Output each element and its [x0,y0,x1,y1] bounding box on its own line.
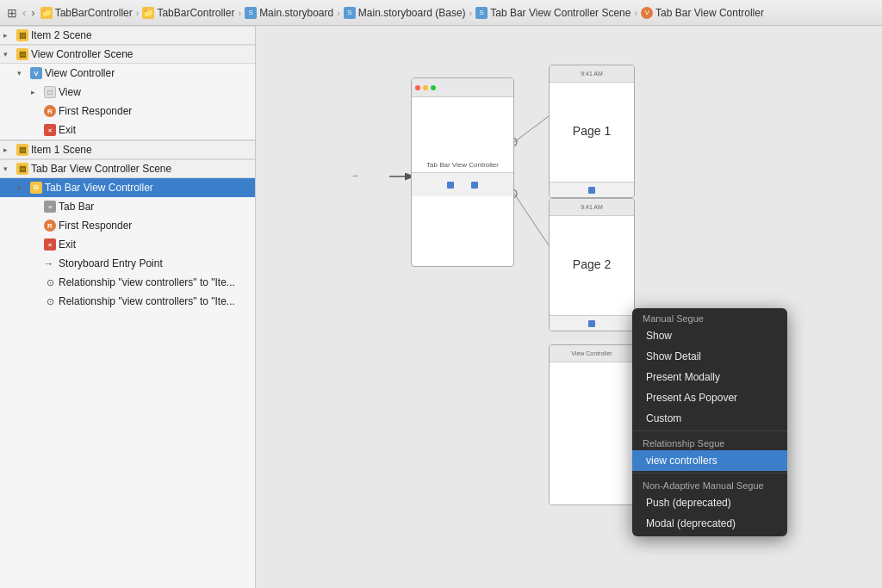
vc-scene-box[interactable]: View Controller [549,344,635,505]
storyboard-icon: S [245,7,257,19]
chevron-vc [3,50,14,59]
page1-body: Page 1 [550,83,634,182]
vc-scene-header: View Controller [550,345,634,362]
page1-header: 9:41 AM [550,65,634,83]
svg-line-2 [514,194,549,245]
chevron-tbvc [17,183,28,192]
breadcrumb-item-4[interactable]: S Main.storyboard (Base) [344,7,466,19]
tbvc-tabbar [412,172,513,196]
sidebar-item-storyboard-entry[interactable]: → Storyboard Entry Point [0,254,255,273]
chevron-view [31,88,41,96]
entry-arrow-label: → [351,170,359,180]
page1-title: Page 1 [573,124,611,138]
ctx-view-controllers[interactable]: view controllers [632,450,787,471]
chevron-item2 [3,31,14,40]
breadcrumb-item-2[interactable]: 📁 TabBarController [142,7,234,19]
ctx-push-deprecated[interactable]: Push (deprecated) [632,492,787,513]
exit1-icon: × [44,124,56,136]
svg-line-1 [514,116,549,142]
sidebar-item-view[interactable]: □ View [0,83,255,102]
canvas[interactable]: → Tab Bar View Controller 9:41 AM Pa [256,26,882,588]
ctx-modal-deprecated[interactable]: Modal (deprecated) [632,513,787,536]
chevron-tbvc-scene [3,164,14,173]
page1-footer [550,182,634,197]
page2-tab-dot [588,320,595,327]
ctx-section-relationship: Relationship Segue [632,433,787,450]
sidebar-item-vc-scene[interactable]: ▤ View Controller Scene [0,45,255,64]
tbvc-body-label: Tab Bar View Controller [426,161,499,169]
tab2-dot [471,182,478,189]
red-dot [415,85,420,90]
vc-scene-icon: ▤ [16,48,28,60]
tab1-dot [447,182,454,189]
blue-vc-icon: V [30,67,42,79]
sidebar-item-tbvc[interactable]: ⊟ Tab Bar View Controller [0,178,255,197]
green-dot [431,85,436,90]
context-menu[interactable]: Manual Segue Show Show Detail Present Mo… [632,308,787,536]
fr2-icon: R [44,220,56,232]
ctx-sep-2 [632,473,787,473]
item2-icon: ▤ [16,29,28,41]
page1-box[interactable]: 9:41 AM Page 1 [549,65,635,198]
grid-icon[interactable]: ⊞ [7,6,17,20]
sidebar-item-item2-scene[interactable]: ▤ Item 2 Scene [0,26,255,45]
tbvc-body: Tab Bar View Controller [412,97,513,172]
tbvc-scene-sidebar-icon: ▤ [16,163,28,175]
vc-scene-body [550,362,634,504]
ctx-present-modally[interactable]: Present Modally [632,367,787,387]
controller-icon: V [641,7,653,19]
main-layout: ▤ Item 2 Scene ▤ View Controller Scene V… [0,26,882,588]
sidebar-item-item1-scene[interactable]: ▤ Item 1 Scene [0,140,255,159]
ctx-section-nonadaptive: Non-Adaptive Manual Segue [632,475,787,492]
page2-header: 9:41 AM [550,199,634,216]
ctx-sep-1 [632,430,787,431]
breadcrumb-item-1[interactable]: 📁 TabBarController [40,7,133,19]
page2-footer [550,315,634,331]
page1-tab-dot [588,187,595,194]
ctx-custom[interactable]: Custom [632,408,787,429]
sidebar-item-view-controller[interactable]: V View Controller [0,64,255,83]
view-icon: □ [44,86,56,98]
topbar: ⊞ ‹ › 📁 TabBarController › 📁 TabBarContr… [0,0,882,26]
sidebar: ▤ Item 2 Scene ▤ View Controller Scene V… [0,26,256,588]
breadcrumb-item-6[interactable]: V Tab Bar View Controller [641,7,764,19]
sidebar-item-tab-bar[interactable]: ≡ Tab Bar [0,197,255,216]
ctx-show[interactable]: Show [632,325,787,346]
tbvc-box[interactable]: Tab Bar View Controller [411,77,514,267]
page2-body: Page 2 [550,216,634,315]
sidebar-item-exit-2[interactable]: × Exit [0,235,255,254]
item1-icon: ▤ [16,144,28,156]
storyboard-base-icon: S [344,7,356,19]
fr1-icon: R [44,105,56,117]
breadcrumb-item-3[interactable]: S Main.storyboard [245,7,333,19]
sidebar-item-first-responder-2[interactable]: R First Responder [0,216,255,235]
ctx-show-detail[interactable]: Show Detail [632,346,787,367]
sidebar-item-rel-2[interactable]: ⊙ Relationship "view controllers" to "It… [0,292,255,311]
exit2-icon: × [44,238,56,251]
forward-arrow[interactable]: › [31,6,34,19]
page2-box[interactable]: 9:41 AM Page 2 [549,198,635,331]
back-arrow[interactable]: ‹ [22,6,26,19]
tbvc-icon: ⊟ [30,182,42,194]
sidebar-item-rel-1[interactable]: ⊙ Relationship "view controllers" to "It… [0,273,255,292]
breadcrumb-item-5[interactable]: S Tab Bar View Controller Scene [475,7,630,19]
tbvc-scene-icon: S [475,7,488,19]
tbvc-titlebar [412,78,513,97]
ctx-present-popover[interactable]: Present As Popover [632,387,787,408]
sidebar-item-first-responder-1[interactable]: R First Responder [0,102,255,121]
yellow-dot [423,85,428,90]
sidebar-item-exit-1[interactable]: × Exit [0,121,255,139]
folder-icon-2: 📁 [142,7,154,19]
tabbar-icon: ≡ [44,201,56,213]
breadcrumb: 📁 TabBarController › 📁 TabBarController … [40,7,764,19]
ctx-section-manual: Manual Segue [632,308,787,325]
folder-icon: 📁 [40,7,53,19]
sidebar-item-tbvc-scene[interactable]: ▤ Tab Bar View Controller Scene [0,159,255,178]
chevron-view-controller [17,69,28,77]
chevron-item1 [3,145,14,154]
page2-title: Page 2 [573,257,611,271]
